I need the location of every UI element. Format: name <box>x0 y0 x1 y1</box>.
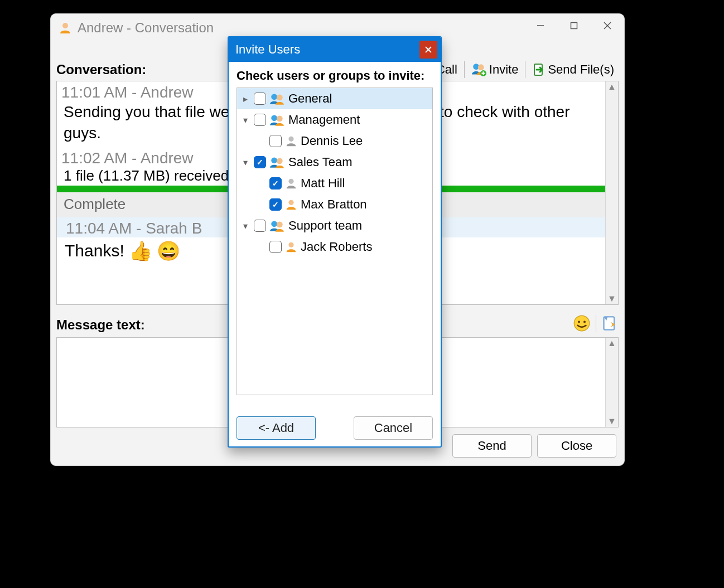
scroll-up-icon[interactable]: ▲ <box>606 338 618 349</box>
window-title: Andrew - Conversation <box>78 20 214 36</box>
invite-button[interactable]: Invite <box>467 62 523 77</box>
scroll-down-icon[interactable]: ▼ <box>606 416 618 427</box>
group-checkbox[interactable] <box>254 114 266 126</box>
scroll-up-icon[interactable]: ▲ <box>606 81 618 93</box>
tree-group[interactable]: ▾Management <box>237 109 432 130</box>
group-label: Management <box>288 113 360 127</box>
group-checkbox[interactable] <box>254 220 266 232</box>
send-file-label: Send File(s) <box>548 62 614 77</box>
toolbar-separator <box>464 61 465 78</box>
dialog-instruction: Check users or groups to invite: <box>229 62 441 88</box>
cancel-button[interactable]: Cancel <box>354 416 433 440</box>
user-icon <box>285 240 297 254</box>
tree-user[interactable]: Jack Roberts <box>237 236 432 257</box>
user-checkbox[interactable] <box>269 177 282 189</box>
thumbs-up-emoji: 👍 <box>129 240 152 262</box>
tree-group[interactable]: ▸General <box>237 88 432 109</box>
chevron-down-icon[interactable]: ▾ <box>240 221 250 231</box>
emoji-picker-button[interactable] <box>573 315 590 332</box>
send-label: Send <box>477 439 506 453</box>
invite-icon <box>471 62 487 77</box>
group-label: General <box>288 91 332 106</box>
quick-message-button[interactable] <box>602 315 617 332</box>
chevron-right-icon[interactable]: ▸ <box>240 94 250 104</box>
group-icon <box>269 92 285 105</box>
cancel-label: Cancel <box>374 421 412 435</box>
group-icon <box>269 219 285 232</box>
user-tree[interactable]: ▸General▾ManagementDennis Lee▾Sales Team… <box>236 88 433 395</box>
user-label: Jack Roberts <box>301 240 372 254</box>
tree-user[interactable]: Dennis Lee <box>237 130 432 152</box>
user-checkbox[interactable] <box>269 135 282 147</box>
send-button[interactable]: Send <box>452 434 532 458</box>
input-scrollbar[interactable]: ▲ ▼ <box>605 338 618 427</box>
send-file-button[interactable]: Send File(s) <box>528 62 619 77</box>
invite-label: Invite <box>489 62 519 77</box>
group-checkbox[interactable] <box>254 156 266 168</box>
add-button[interactable]: <- Add <box>236 416 316 440</box>
reply-text: Thanks! <box>65 241 124 260</box>
grin-emoji: 😄 <box>157 240 180 262</box>
conversation-scrollbar[interactable]: ▲ ▼ <box>605 81 618 304</box>
tree-group[interactable]: ▾Support team <box>237 215 432 236</box>
user-icon <box>285 177 297 190</box>
tree-group[interactable]: ▾Sales Team <box>237 152 432 173</box>
user-icon <box>285 134 297 148</box>
tree-user[interactable]: Max Bratton <box>237 194 432 215</box>
app-user-icon <box>59 21 72 35</box>
dialog-title-bar[interactable]: Invite Users <box>229 37 441 62</box>
svg-rect-15 <box>571 23 577 29</box>
toolbar-separator <box>525 61 525 78</box>
dialog-close-button[interactable] <box>419 41 437 59</box>
user-icon <box>285 198 297 211</box>
user-label: Dennis Lee <box>301 134 363 148</box>
group-label: Support team <box>288 218 362 233</box>
message-text-label: Message text: <box>56 317 145 333</box>
group-icon <box>269 113 285 127</box>
group-label: Sales Team <box>288 155 353 169</box>
conversation-label: Conversation: <box>56 62 146 77</box>
user-checkbox[interactable] <box>269 198 282 211</box>
user-checkbox[interactable] <box>269 241 282 253</box>
group-checkbox[interactable] <box>254 93 266 105</box>
minimize-button[interactable] <box>524 14 557 37</box>
user-label: Matt Hill <box>301 176 345 191</box>
close-label: Close <box>561 439 592 453</box>
invite-users-dialog: Invite Users Check users or groups to in… <box>228 36 442 448</box>
user-label: Max Bratton <box>301 197 367 212</box>
window-controls <box>524 14 624 37</box>
icon-separator <box>596 315 596 332</box>
dialog-title: Invite Users <box>235 42 300 57</box>
maximize-button[interactable] <box>557 14 591 37</box>
group-icon <box>269 155 285 169</box>
chevron-down-icon[interactable]: ▾ <box>240 157 250 168</box>
close-window-button[interactable] <box>591 14 624 37</box>
add-label: <- Add <box>258 421 294 435</box>
close-button[interactable]: Close <box>537 434 616 458</box>
send-file-icon <box>532 62 546 77</box>
scroll-down-icon[interactable]: ▼ <box>606 293 618 304</box>
chevron-down-icon[interactable]: ▾ <box>240 115 250 125</box>
tree-user[interactable]: Matt Hill <box>237 173 432 194</box>
